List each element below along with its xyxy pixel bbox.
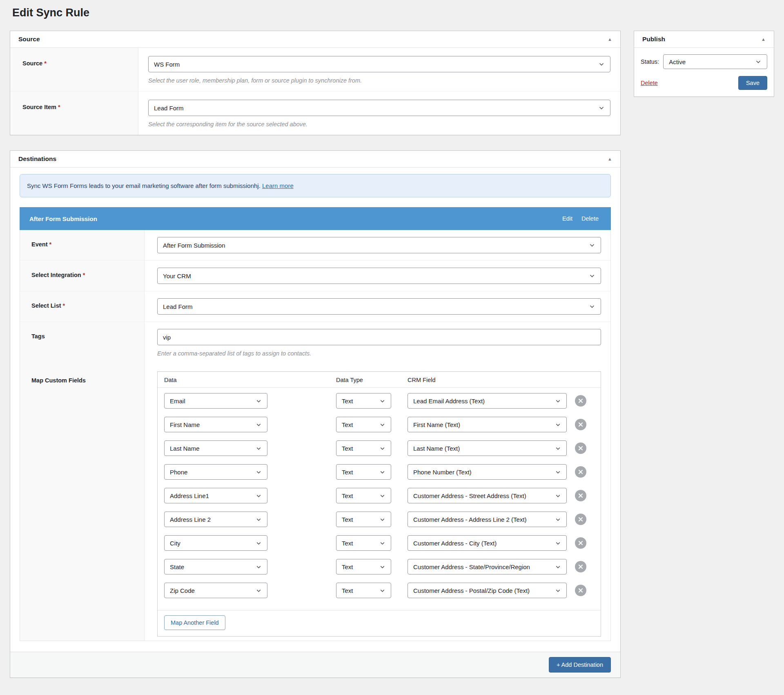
chevron-down-icon <box>589 273 595 279</box>
destinations-footer: + Add Destination <box>10 652 620 677</box>
remove-mapping-button[interactable] <box>575 395 586 407</box>
chevron-down-icon <box>379 469 385 475</box>
chevron-down-icon <box>598 105 605 111</box>
column-header-data-type: Data Type <box>336 377 408 383</box>
data-type-select[interactable]: Text <box>336 512 391 527</box>
remove-mapping-button[interactable] <box>575 537 586 549</box>
data-select[interactable]: Address Line 2 <box>164 512 267 527</box>
data-type-select[interactable]: Text <box>336 417 391 432</box>
data-select[interactable]: State <box>164 559 267 574</box>
text-input[interactable] <box>157 329 601 345</box>
remove-mapping-button[interactable] <box>575 442 586 454</box>
publish-actions: Delete Save <box>641 76 767 90</box>
remove-mapping-button[interactable] <box>575 419 586 430</box>
dropdown-value: Lead Email Address (Text) <box>413 398 485 404</box>
dropdown-value: Phone Number (Text) <box>413 469 472 476</box>
edit-sync-rule-page: Edit Sync Rule Source ▲ Source* WS Form … <box>0 0 784 695</box>
data-select[interactable]: First Name <box>164 417 267 432</box>
field-label: Select List* <box>20 291 145 322</box>
destination-delete-link[interactable]: Delete <box>581 215 599 222</box>
data-type-select[interactable]: Text <box>336 583 391 598</box>
dropdown-select[interactable]: WS Form <box>148 56 610 72</box>
form-row: Select Integration* Your CRM <box>20 261 610 291</box>
chevron-down-icon <box>555 445 561 451</box>
close-icon <box>578 469 583 474</box>
chevron-down-icon <box>256 422 262 428</box>
crm-field-select[interactable]: Customer Address - Address Line 2 (Text) <box>408 512 567 527</box>
data-type-select[interactable]: Text <box>336 393 391 409</box>
destinations-body: Sync WS Form Forms leads to your email m… <box>10 168 620 652</box>
status-row: Status: Active <box>641 54 767 69</box>
field-label: Event* <box>20 230 145 260</box>
chevron-down-icon <box>256 540 262 546</box>
learn-more-link[interactable]: Learn more <box>262 182 294 189</box>
dropdown-value: Customer Address - Address Line 2 (Text) <box>413 516 527 523</box>
save-button[interactable]: Save <box>738 76 767 90</box>
page-title: Edit Sync Rule <box>12 7 89 19</box>
dropdown-value: Text <box>342 540 353 547</box>
data-type-select[interactable]: Text <box>336 464 391 480</box>
dropdown-value: WS Form <box>154 61 180 68</box>
destination-rows: Event* After Form Submission Select Inte… <box>20 230 610 366</box>
field-area: Data Data Type CRM Field Email Text Lead… <box>145 366 610 641</box>
collapse-arrow-icon[interactable]: ▲ <box>608 157 612 161</box>
crm-field-select[interactable]: Customer Address - State/Province/Region <box>408 559 567 574</box>
form-row: Source Item* Lead Form Select the corres… <box>10 92 620 135</box>
dropdown-value: First Name <box>170 421 200 428</box>
data-type-select[interactable]: Text <box>336 440 391 456</box>
map-field-row: Address Line1 Text Customer Address - St… <box>164 488 594 503</box>
remove-mapping-button[interactable] <box>575 514 586 525</box>
data-type-select[interactable]: Text <box>336 559 391 574</box>
dropdown-select[interactable]: Lead Form <box>148 100 610 116</box>
destinations-panel-header: Destinations ▲ <box>10 151 620 168</box>
map-another-field-button[interactable]: Map Another Field <box>164 615 225 630</box>
crm-field-select[interactable]: Customer Address - Postal/Zip Code (Text… <box>408 583 567 598</box>
crm-field-select[interactable]: Customer Address - Street Address (Text) <box>408 488 567 503</box>
close-icon <box>578 493 583 498</box>
publish-body: Status: Active Delete Save <box>634 48 774 96</box>
data-type-select[interactable]: Text <box>336 535 391 551</box>
destination-edit-link[interactable]: Edit <box>562 215 572 222</box>
delete-link[interactable]: Delete <box>641 80 658 86</box>
chevron-down-icon <box>379 564 385 570</box>
close-icon <box>578 517 583 522</box>
map-field-row: Address Line 2 Text Customer Address - A… <box>164 512 594 527</box>
chevron-down-icon <box>256 564 262 570</box>
dropdown-value: Email <box>170 398 185 404</box>
data-type-select[interactable]: Text <box>336 488 391 503</box>
status-label: Status: <box>641 58 659 65</box>
crm-field-select[interactable]: Customer Address - City (Text) <box>408 535 567 551</box>
dropdown-select[interactable]: After Form Submission <box>157 237 601 253</box>
data-select[interactable]: Phone <box>164 464 267 480</box>
required-marker: * <box>63 302 65 309</box>
collapse-arrow-icon[interactable]: ▲ <box>761 37 766 42</box>
data-select[interactable]: Last Name <box>164 440 267 456</box>
field-label-text: Select Integration <box>31 272 81 278</box>
dropdown-value: Text <box>342 563 353 570</box>
remove-mapping-button[interactable] <box>575 490 586 501</box>
chevron-down-icon <box>555 469 561 475</box>
form-row: Tags Enter a comma-separated list of tag… <box>20 322 610 366</box>
collapse-arrow-icon[interactable]: ▲ <box>608 37 612 42</box>
crm-field-select[interactable]: First Name (Text) <box>408 417 567 432</box>
data-select[interactable]: Zip Code <box>164 583 267 598</box>
remove-mapping-button[interactable] <box>575 585 586 596</box>
crm-field-select[interactable]: Phone Number (Text) <box>408 464 567 480</box>
data-select[interactable]: Address Line1 <box>164 488 267 503</box>
chevron-down-icon <box>256 516 262 523</box>
crm-field-select[interactable]: Last Name (Text) <box>408 440 567 456</box>
map-field-row: Zip Code Text Customer Address - Postal/… <box>164 583 594 598</box>
data-select[interactable]: City <box>164 535 267 551</box>
data-select[interactable]: Email <box>164 393 267 409</box>
status-select[interactable]: Active <box>663 54 767 69</box>
remove-mapping-button[interactable] <box>575 561 586 572</box>
dropdown-value: Your CRM <box>163 273 191 279</box>
remove-mapping-button[interactable] <box>575 466 586 478</box>
field-help-text: Select the user role, membership plan, f… <box>148 77 610 84</box>
dropdown-select[interactable]: Lead Form <box>157 298 601 315</box>
crm-field-select[interactable]: Lead Email Address (Text) <box>408 393 567 409</box>
field-label: Source* <box>10 48 138 91</box>
add-destination-button[interactable]: + Add Destination <box>549 657 611 673</box>
destination-header-bar: After Form Submission Edit Delete <box>20 207 611 230</box>
dropdown-select[interactable]: Your CRM <box>157 268 601 284</box>
